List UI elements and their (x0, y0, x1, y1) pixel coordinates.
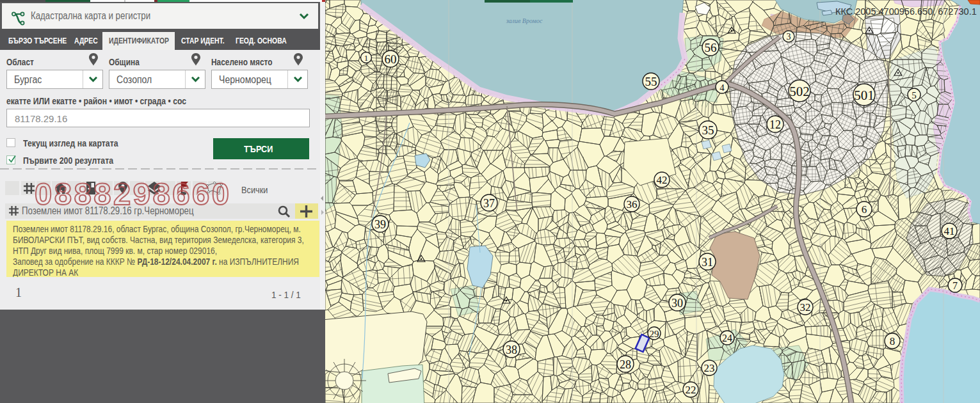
svg-text:24: 24 (722, 333, 732, 344)
svg-text:42: 42 (657, 174, 668, 186)
svg-text:7: 7 (952, 280, 958, 291)
svg-text:12: 12 (769, 118, 781, 131)
svg-text:22: 22 (686, 384, 696, 396)
svg-text:30: 30 (671, 297, 683, 310)
svg-text:36: 36 (627, 198, 638, 210)
svg-text:28: 28 (620, 358, 631, 371)
svg-text:8: 8 (890, 335, 896, 347)
svg-text:37: 37 (483, 197, 495, 210)
svg-text:55: 55 (645, 75, 657, 88)
svg-text:502: 502 (789, 84, 810, 99)
svg-text:35: 35 (702, 123, 714, 137)
svg-text:60: 60 (385, 52, 397, 66)
svg-text:56: 56 (705, 41, 717, 54)
svg-text:23: 23 (704, 362, 715, 374)
svg-text:41: 41 (944, 225, 955, 237)
svg-text:31: 31 (702, 256, 713, 269)
svg-text:29: 29 (650, 329, 659, 339)
svg-text:6: 6 (862, 203, 867, 216)
svg-text:4: 4 (719, 83, 725, 93)
svg-text:38: 38 (506, 344, 517, 356)
svg-text:ККС 2005 4700956.650, 672730.1: ККС 2005 4700956.650, 672730.1 (835, 6, 977, 17)
svg-text:39: 39 (374, 218, 386, 231)
svg-text:3: 3 (787, 32, 791, 42)
svg-text:5: 5 (912, 90, 917, 100)
svg-text:залив Вромос: залив Вромос (506, 17, 543, 24)
svg-text:501: 501 (854, 88, 874, 103)
svg-text:1: 1 (364, 53, 369, 63)
svg-text:32: 32 (800, 301, 811, 313)
